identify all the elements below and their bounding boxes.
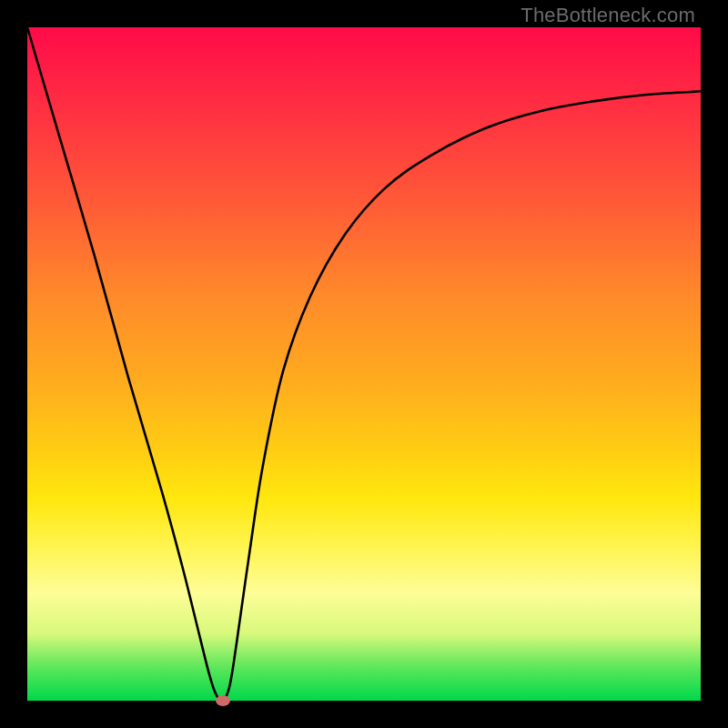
curve-svg (27, 27, 701, 701)
plot-area (27, 27, 701, 701)
marker-dot (216, 695, 230, 706)
chart-frame: TheBottleneck.com (0, 0, 728, 728)
watermark-text: TheBottleneck.com (521, 4, 695, 27)
bottleneck-curve (27, 27, 701, 701)
